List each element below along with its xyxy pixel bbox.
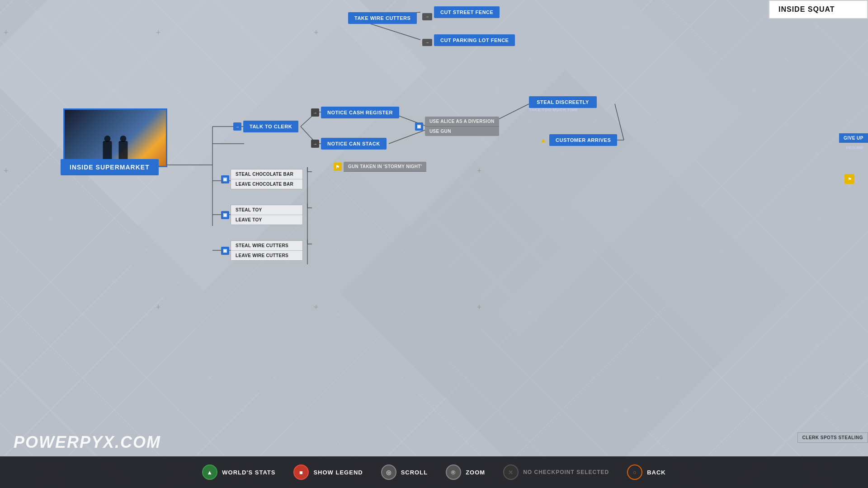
bottom-item-show-legend[interactable]: ■ SHOW LEGEND (293, 465, 363, 480)
node-take-wire-cutters[interactable]: TAKE WIRE CUTTERS (348, 12, 417, 24)
node-resume[interactable]: RESUME (841, 145, 868, 151)
title-inside-squat: INSIDE SQUAT (769, 0, 868, 19)
icon-steal-choc: ▣ (221, 175, 229, 183)
plus-6: + (156, 303, 161, 312)
node-gun-taken[interactable]: ⚑ GUN TAKEN IN 'STORMY NIGHT' (344, 162, 426, 172)
yellow-icon-right: ⚑ (844, 174, 854, 184)
bottom-item-no-checkpoint: ✕ NO CHECKPOINT SELECTED (503, 465, 609, 480)
arrow-1: → (422, 13, 432, 20)
icon-steal-toy: ▣ (221, 211, 229, 219)
node-use-alice[interactable]: ▣ USE ALICE AS A DIVERSION USE GUN (425, 117, 499, 136)
node-talk-to-clerk[interactable]: → TALK TO CLERK (243, 121, 298, 132)
plus-5: + (477, 166, 482, 176)
triangle-icon-customer: ▲ (539, 136, 547, 144)
node-clerk-spots[interactable]: CLERK SPOTS STEALING (797, 432, 868, 443)
icon-steal-wire: ▣ (221, 247, 229, 255)
node-steal-discreetly[interactable]: STEAL DISCREETLY (529, 96, 597, 108)
label-take-too-much-time: TAKE TOO MUCH TIME (529, 108, 578, 112)
node-notice-can-stack[interactable]: → NOTICE CAN STACK (321, 138, 387, 150)
node-steal-wire-cutters[interactable]: ▣ STEAL WIRE CUTTERS LEAVE WIRE CUTTERS (231, 240, 303, 261)
arrow-icon-can: → (311, 140, 319, 148)
svg-line-12 (389, 130, 425, 144)
plus-7: + (314, 303, 319, 312)
icon-gun-taken: ⚑ (334, 163, 342, 171)
btn-zoom[interactable]: ® (446, 465, 461, 480)
node-cut-parking-lot-fence[interactable]: CUT PARKING LOT FENCE (434, 34, 515, 46)
node-customer-arrives[interactable]: ▲ CUSTOMER ARRIVES (549, 134, 617, 146)
flowchart: INSIDE SQUAT TAKE WIRE CUTTERS → CUT STR… (0, 0, 868, 488)
plus-3: + (314, 28, 319, 38)
arrow-2: → (422, 39, 432, 46)
node-inside-supermarket[interactable]: INSIDE SUPERMARKET (61, 159, 159, 175)
node-steal-chocolate-bar[interactable]: ▣ STEAL CHOCOLATE BAR LEAVE CHOCOLATE BA… (231, 169, 303, 189)
connector-lines (0, 0, 868, 488)
bottom-item-back[interactable]: ○ BACK (627, 465, 666, 480)
btn-worlds-stats[interactable]: ▲ (202, 465, 217, 480)
node-steal-toy[interactable]: ▣ STEAL TOY LEAVE TOY (231, 205, 303, 225)
icon-use-alice: ▣ (415, 122, 423, 131)
bottom-item-scroll[interactable]: ◎ SCROLL (381, 465, 428, 480)
arrow-icon-cash: → (311, 108, 319, 117)
bottom-item-worlds-stats[interactable]: ▲ WORLD'S STATS (202, 465, 275, 480)
btn-no-checkpoint: ✕ (503, 465, 519, 480)
plus-2: + (156, 28, 161, 38)
plus-8: + (477, 303, 482, 312)
bracket-svg (305, 167, 314, 267)
arrow-icon-talk: → (233, 122, 241, 131)
plus-4: + (4, 166, 9, 176)
location-thumbnail (63, 108, 167, 167)
btn-scroll[interactable]: ◎ (381, 465, 396, 480)
bottom-item-zoom[interactable]: ® ZOOM (446, 465, 485, 480)
plus-1: + (4, 28, 9, 38)
bottom-bar: ▲ WORLD'S STATS ■ SHOW LEGEND ◎ SCROLL ®… (0, 456, 868, 488)
watermark: POWERPYX.COM (14, 433, 161, 452)
node-cut-street-fence[interactable]: CUT STREET FENCE (434, 6, 500, 18)
node-give-up[interactable]: GIVE UP (839, 133, 868, 143)
btn-back[interactable]: ○ (627, 465, 642, 480)
node-notice-cash-register[interactable]: → NOTICE CASH REGISTER (321, 107, 399, 118)
btn-show-legend[interactable]: ■ (293, 465, 309, 480)
